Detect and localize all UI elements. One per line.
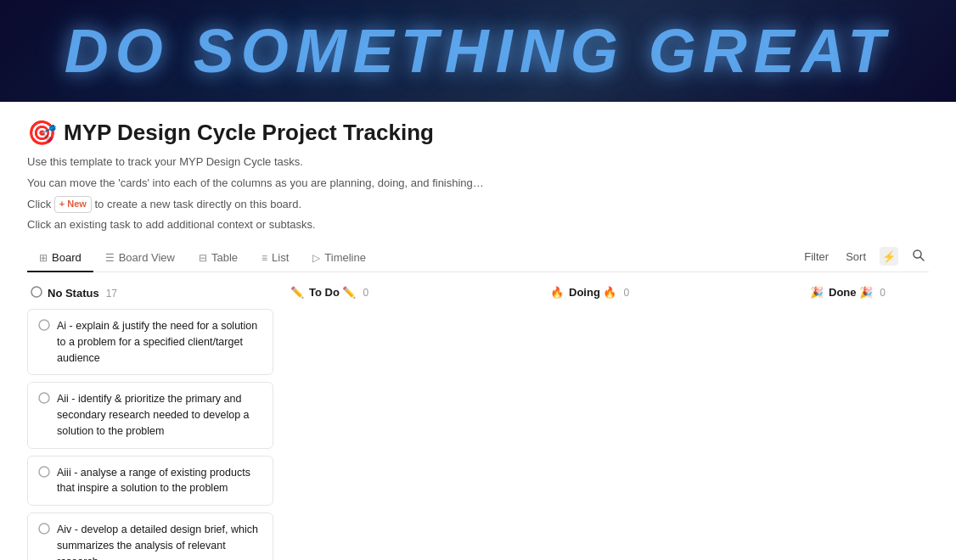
column-doing-header: 🔥 Doing 🔥 0 xyxy=(547,286,793,299)
svg-line-1 xyxy=(920,257,924,260)
svg-point-4 xyxy=(39,393,49,403)
card-ai-text: Ai - explain & justify the need for a so… xyxy=(57,318,262,366)
svg-point-2 xyxy=(31,287,42,297)
svg-point-5 xyxy=(39,467,49,477)
card-aiv-text: Aiv - develop a detailed design brief, w… xyxy=(57,522,262,560)
column-done-header: 🎉 Done 🎉 0 xyxy=(807,286,929,299)
card-aiv-status-icon xyxy=(38,523,50,537)
svg-point-6 xyxy=(39,524,49,534)
timeline-icon: ▷ xyxy=(312,252,320,264)
hero-text: DO SOMETHING GREAT xyxy=(65,16,892,86)
tab-list[interactable]: ≡ List xyxy=(250,246,301,272)
done-column-title: Done 🎉 xyxy=(829,286,873,299)
card-ai[interactable]: Ai - explain & justify the need for a so… xyxy=(27,309,273,375)
description-line4: Click an existing task to add additional… xyxy=(27,216,929,234)
tab-list-label: List xyxy=(272,251,289,264)
description-line3: Click + New to create a new task directl… xyxy=(27,196,929,214)
column-no-status: No Status 17 Ai - explain & justify the … xyxy=(27,286,273,560)
card-aiii-text: Aiii - analyse a range of existing produ… xyxy=(57,465,262,497)
doing-column-count: 0 xyxy=(623,287,629,299)
card-aiii-status-icon xyxy=(38,466,50,480)
tab-board[interactable]: ⊞ Board xyxy=(27,246,93,272)
column-todo-header: ✏️ To Do ✏️ 0 xyxy=(287,286,533,299)
page-content: 🎯 MYP Design Cycle Project Tracking Use … xyxy=(0,102,956,560)
tab-board-label: Board xyxy=(52,251,82,264)
description-line3-suffix: to create a new task directly on this bo… xyxy=(92,198,301,210)
new-badge[interactable]: + New xyxy=(54,196,92,213)
search-icon xyxy=(912,249,925,262)
svg-point-3 xyxy=(39,320,49,330)
card-aiii[interactable]: Aiii - analyse a range of existing produ… xyxy=(27,456,273,507)
done-column-count: 0 xyxy=(880,287,886,299)
todo-column-icon: ✏️ xyxy=(290,286,304,299)
column-no-status-header: No Status 17 xyxy=(27,286,273,300)
description-line3-prefix: Click xyxy=(27,198,54,210)
done-empty xyxy=(807,307,929,358)
todo-empty xyxy=(287,307,533,358)
doing-column-icon: 🔥 xyxy=(550,286,564,299)
tab-table[interactable]: ⊟ Table xyxy=(187,246,250,272)
todo-column-count: 0 xyxy=(363,287,368,299)
search-button[interactable] xyxy=(908,247,929,266)
toolbar-right: Filter Sort ⚡ xyxy=(801,247,929,272)
todo-column-title: To Do ✏️ xyxy=(309,286,356,299)
board-area: No Status 17 Ai - explain & justify the … xyxy=(27,272,929,560)
sort-button[interactable]: Sort xyxy=(842,249,869,265)
page-title: MYP Design Cycle Project Tracking xyxy=(64,120,434,146)
list-icon: ≡ xyxy=(261,252,267,264)
card-aiv[interactable]: Aiv - develop a detailed design brief, w… xyxy=(27,512,273,560)
page-icon: 🎯 xyxy=(27,119,57,147)
tab-timeline[interactable]: ▷ Timeline xyxy=(301,246,378,272)
automation-button[interactable]: ⚡ xyxy=(880,247,898,266)
column-done: 🎉 Done 🎉 0 xyxy=(807,286,929,560)
card-aii-status-icon xyxy=(38,392,50,406)
filter-button[interactable]: Filter xyxy=(801,249,832,265)
tab-table-label: Table xyxy=(211,251,238,264)
hero-banner: DO SOMETHING GREAT xyxy=(0,0,956,102)
card-aii[interactable]: Aii - identify & prioritize the primary … xyxy=(27,382,273,448)
tab-timeline-label: Timeline xyxy=(324,251,366,264)
tab-board-view[interactable]: ☰ Board View xyxy=(93,246,187,272)
page-title-row: 🎯 MYP Design Cycle Project Tracking xyxy=(27,119,929,147)
done-column-icon: 🎉 xyxy=(810,286,824,299)
no-status-column-icon xyxy=(31,286,42,300)
card-aii-text: Aii - identify & prioritize the primary … xyxy=(57,391,262,439)
no-status-column-title: No Status xyxy=(48,287,99,300)
board-icon: ⊞ xyxy=(39,252,48,264)
doing-column-title: Doing 🔥 xyxy=(569,286,616,299)
table-icon: ⊟ xyxy=(199,252,207,264)
description-line2: You can move the 'cards' into each of th… xyxy=(27,175,929,193)
column-doing: 🔥 Doing 🔥 0 xyxy=(547,286,793,560)
column-todo: ✏️ To Do ✏️ 0 xyxy=(287,286,533,560)
tab-board-view-label: Board View xyxy=(119,251,175,264)
card-ai-status-icon xyxy=(38,319,50,333)
no-status-column-count: 17 xyxy=(106,288,117,300)
doing-empty xyxy=(547,307,793,358)
tabs-bar: ⊞ Board ☰ Board View ⊟ Table ≡ List ▷ Ti… xyxy=(27,246,929,272)
board-view-icon: ☰ xyxy=(105,252,115,264)
description-line1: Use this template to track your MYP Desi… xyxy=(27,154,929,171)
